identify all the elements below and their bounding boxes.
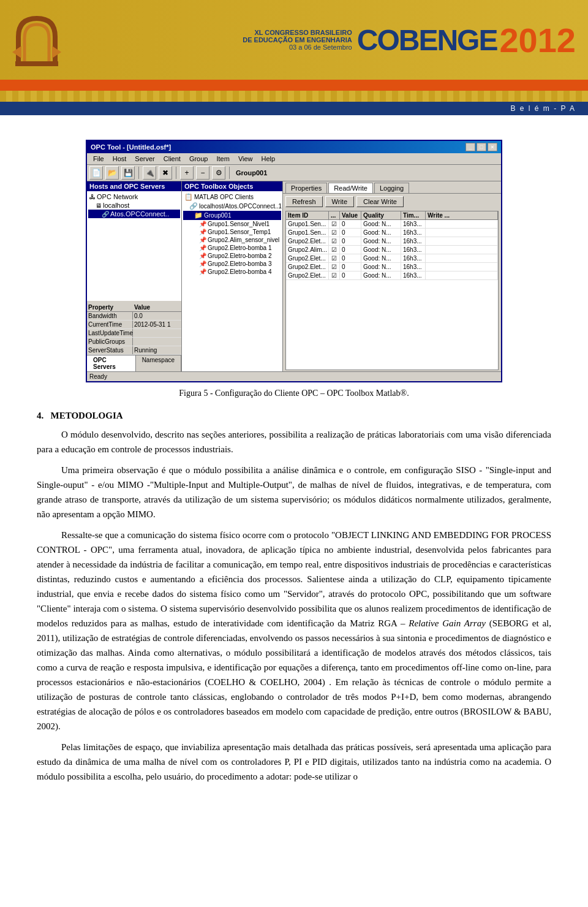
cell-val-4: 0: [340, 254, 361, 262]
cell-quality-0: Good: N...: [361, 220, 401, 228]
right-toolbar: Refresh Write Clear Write: [283, 194, 501, 210]
cell-write-0: [426, 220, 498, 228]
new-button[interactable]: 📄: [89, 166, 103, 180]
cell-id-3: Grupo2.Alim...: [286, 246, 329, 254]
tree-item-network[interactable]: 🖧 OPC Network: [88, 192, 180, 201]
cell-time-1: 16h3...: [401, 229, 426, 237]
grid-row-3: Grupo2.Alim... ☑ 0 Good: N... 16h3...: [286, 246, 498, 254]
status-text: Ready: [89, 373, 107, 380]
opc-tree-sensor-nivel[interactable]: 📌 Grupo1.Sensor_Nivel1: [183, 220, 281, 228]
write-button[interactable]: Write: [325, 196, 354, 207]
para-2: Uma primeira observação é que o módulo p…: [37, 463, 551, 522]
opc-tree-bomba1[interactable]: 📌 Grupo2.Eletro-bomba 1: [183, 244, 281, 252]
connect-button[interactable]: 🔌: [143, 166, 156, 180]
belem-bar: B e l é m - P A: [0, 102, 588, 115]
minimize-button[interactable]: _: [466, 143, 475, 151]
property-table: Property Value Bandwidth 0.0 CurrentTime…: [87, 303, 181, 355]
cell-check-1[interactable]: ☑: [329, 229, 340, 237]
opc-tree-bomba4[interactable]: 📌 Grupo2.Eletro-bomba 4: [183, 268, 281, 276]
menu-server[interactable]: Server: [131, 154, 158, 163]
opc-tree-alim[interactable]: 📌 Grupo2.Alim_sensor_nivel: [183, 236, 281, 244]
grid-row-2: Grupo2.Elet... ☑ 0 Good: N... 16h3...: [286, 237, 498, 246]
congress-line2: DE EDUCAÇÃO EM ENGENHARIA: [243, 36, 352, 44]
delete-button[interactable]: −: [196, 166, 209, 180]
bomba3-icon: 📌: [199, 260, 206, 267]
left-panel: Hosts and OPC Servers 🖧 OPC Network 🖥 lo…: [87, 181, 182, 371]
cell-id-1: Grupo1.Sen...: [286, 229, 329, 237]
grid-header: Item ID ... Value Quality Tim... Write .…: [286, 211, 498, 220]
prop-row-publicgroups: PublicGroups: [87, 338, 181, 346]
menu-group[interactable]: Group: [186, 154, 212, 163]
figure-caption: Figura 5 - Configuração do Cliente OPC –…: [37, 389, 551, 398]
screenshot-container: OPC Tool - [Untitled.osf*] _ □ × File Ho…: [37, 140, 551, 382]
menu-file[interactable]: File: [89, 154, 108, 163]
cell-quality-1: Good: N...: [361, 229, 401, 237]
alim-icon: 📌: [199, 237, 206, 243]
tree-item-localhost[interactable]: 🖥 localhost: [88, 201, 180, 210]
toolbar: 📄 📂 💾 🔌 ✖ + − ⚙ Group001: [87, 165, 501, 181]
cell-check-5[interactable]: ☑: [329, 263, 340, 271]
bottom-tabs: OPC Servers Namespace: [87, 355, 181, 371]
cell-id-0: Grupo1.Sen...: [286, 220, 329, 228]
congress-dates: 03 a 06 de Setembro: [243, 44, 352, 51]
cell-time-6: 16h3...: [401, 271, 426, 279]
cell-write-2: [426, 237, 498, 245]
menu-client[interactable]: Client: [160, 154, 184, 163]
para-3: Ressalte-se que a comunicação do sistema…: [37, 528, 551, 734]
middle-panel: OPC Toolbox Objects 📋 MATLAB OPC Clients…: [182, 181, 283, 371]
menu-help[interactable]: Help: [258, 154, 279, 163]
opc-tree-group001[interactable]: 📁 Group001: [183, 211, 281, 220]
cell-check-0[interactable]: ☑: [329, 220, 340, 228]
tab-readwrite[interactable]: Read/Write: [328, 183, 373, 193]
cell-write-4: [426, 254, 498, 262]
col-write: Write ...: [426, 211, 498, 219]
cell-check-2[interactable]: ☑: [329, 237, 340, 245]
content-area: OPC Tool - [Untitled.osf*] _ □ × File Ho…: [0, 115, 588, 802]
tab-logging[interactable]: Logging: [374, 183, 409, 193]
menu-view[interactable]: View: [235, 154, 257, 163]
separator1: [138, 167, 139, 179]
para-1: O módulo desenvolvido, descrito nas seçõ…: [37, 427, 551, 457]
tree-item-atos[interactable]: 🔗 Atos.OPCConnect..: [88, 210, 180, 218]
close-button[interactable]: ×: [488, 143, 497, 151]
orange-stripe: [0, 80, 588, 91]
left-panel-title: Hosts and OPC Servers: [87, 181, 181, 191]
prop-header: Property Value: [87, 303, 181, 312]
section-number: 4.: [37, 411, 43, 420]
cell-check-6[interactable]: ☑: [329, 271, 340, 279]
clear-write-button[interactable]: Clear Write: [356, 196, 404, 207]
add-button[interactable]: +: [180, 166, 194, 180]
disconnect-button[interactable]: ✖: [159, 166, 172, 180]
localhost-icon: 🔗: [189, 202, 198, 210]
maximize-button[interactable]: □: [477, 143, 486, 151]
open-button[interactable]: 📂: [105, 166, 119, 180]
bomba2-icon: 📌: [199, 252, 206, 259]
diamond-pattern: [0, 91, 588, 102]
menu-host[interactable]: Host: [109, 154, 130, 163]
opc-tree-bomba3[interactable]: 📌 Grupo2.Eletro-bomba 3: [183, 260, 281, 268]
para-3-text2: (SEBORG et al, 2011), utilização de estr…: [37, 618, 551, 731]
opc-tree-bomba2[interactable]: 📌 Grupo2.Eletro-bomba 2: [183, 252, 281, 260]
properties-button[interactable]: ⚙: [212, 166, 225, 180]
opc-tree-sensor-temp[interactable]: 📌 Grupo1.Sensor_Temp1: [183, 228, 281, 236]
app-window: OPC Tool - [Untitled.osf*] _ □ × File Ho…: [86, 140, 502, 382]
menu-item[interactable]: Item: [213, 154, 233, 163]
opc-tree-localhost[interactable]: 🔗 localhost/Atos.OPCConnect..1: [183, 202, 281, 211]
right-panel: Properties Read/Write Logging Refresh Wr…: [283, 181, 501, 371]
refresh-button[interactable]: Refresh: [285, 196, 323, 207]
cell-time-3: 16h3...: [401, 246, 426, 254]
cell-write-6: [426, 271, 498, 279]
middle-panel-title: OPC Toolbox Objects: [182, 181, 282, 191]
save-button[interactable]: 💾: [121, 166, 135, 180]
grid-row-6: Grupo2.Elet... ☑ 0 Good: N... 16h3...: [286, 271, 498, 280]
title-bar-buttons: _ □ ×: [466, 143, 497, 151]
cell-check-3[interactable]: ☑: [329, 246, 340, 254]
city-label: B e l é m - P A: [511, 104, 576, 113]
tab-namespace[interactable]: Namespace: [136, 355, 181, 371]
opc-tree-clients[interactable]: 📋 MATLAB OPC Clients: [183, 192, 281, 202]
cell-check-4[interactable]: ☑: [329, 254, 340, 262]
para-3-italic: Relative Gain Array: [409, 618, 486, 628]
tab-opc-servers[interactable]: OPC Servers: [87, 355, 136, 371]
prop-row-bandwidth: Bandwidth 0.0: [87, 312, 181, 321]
tab-properties[interactable]: Properties: [285, 183, 327, 193]
